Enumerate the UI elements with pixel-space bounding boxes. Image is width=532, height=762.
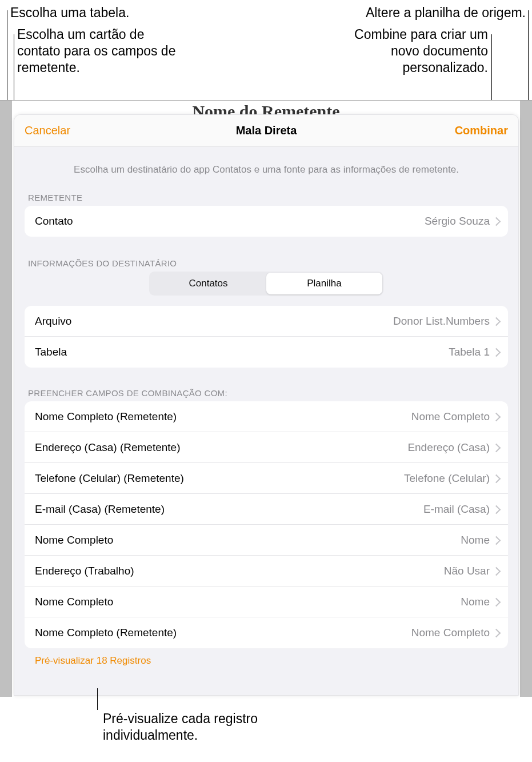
recipient-source-segmented[interactable]: Contatos Planilha bbox=[149, 272, 383, 296]
chevron-right-icon bbox=[494, 443, 500, 452]
chevron-right-icon bbox=[494, 536, 500, 545]
merge-field-value: Nome Completo bbox=[411, 627, 490, 639]
table-label: Tabela bbox=[35, 346, 67, 358]
merge-field-row[interactable]: Nome Completo (Remetente) Nome Completo bbox=[25, 617, 508, 648]
merge-field-row[interactable]: Endereço (Trabalho) Não Usar bbox=[25, 556, 508, 587]
chevron-right-icon bbox=[494, 317, 500, 326]
merge-field-label: Telefone (Celular) (Remetente) bbox=[35, 472, 184, 485]
preview-records-button[interactable]: Pré-visualizar 18 Registros bbox=[35, 655, 151, 667]
merge-field-label: Nome Completo (Remetente) bbox=[35, 410, 177, 423]
recipient-section-header: INFORMAÇÕES DO DESTINATÁRIO bbox=[28, 258, 508, 268]
sender-section-header: REMETENTE bbox=[28, 193, 508, 202]
file-label: Arquivo bbox=[35, 315, 71, 328]
table-row[interactable]: Tabela Tabela 1 bbox=[25, 337, 508, 368]
merge-field-row[interactable]: Nome Completo Nome bbox=[25, 525, 508, 556]
merge-field-row[interactable]: E-mail (Casa) (Remetente) E-mail (Casa) bbox=[25, 494, 508, 525]
callout-line bbox=[97, 688, 98, 710]
merge-field-value: Nome bbox=[461, 596, 490, 608]
merge-field-value: Endereço (Casa) bbox=[407, 441, 490, 454]
callout-change-spreadsheet: Altere a planilha de origem. bbox=[366, 5, 526, 21]
merge-field-label: Nome Completo bbox=[35, 596, 113, 608]
combine-button[interactable]: Combinar bbox=[455, 124, 508, 137]
file-value: Donor List.Numbers bbox=[393, 315, 490, 328]
sender-contact-value: Sérgio Souza bbox=[425, 215, 490, 228]
cancel-button[interactable]: Cancelar bbox=[25, 124, 70, 137]
merge-field-label: Nome Completo (Remetente) bbox=[35, 627, 177, 639]
callout-combine: Combine para criar um novo documento per… bbox=[339, 26, 488, 75]
merge-field-label: Endereço (Casa) (Remetente) bbox=[35, 441, 181, 454]
merge-field-value: Não Usar bbox=[444, 565, 490, 577]
sender-list: Contato Sérgio Souza bbox=[25, 206, 508, 237]
sheet-title: Mala Direta bbox=[14, 124, 518, 137]
callout-choose-contact: Escolha um cartão de contato para os cam… bbox=[17, 26, 183, 75]
table-value: Tabela 1 bbox=[449, 346, 490, 358]
chevron-right-icon bbox=[494, 412, 500, 421]
merge-field-label: Endereço (Trabalho) bbox=[35, 565, 134, 577]
sheet-description: Escolha um destinatário do app Contatos … bbox=[25, 164, 508, 175]
chevron-right-icon bbox=[494, 505, 500, 514]
file-row[interactable]: Arquivo Donor List.Numbers bbox=[25, 306, 508, 337]
chevron-right-icon bbox=[494, 217, 500, 226]
merge-field-label: Nome Completo bbox=[35, 534, 113, 546]
chevron-right-icon bbox=[494, 474, 500, 483]
chevron-right-icon bbox=[494, 566, 500, 576]
fields-section-header: PREENCHER CAMPOS DE COMBINAÇÃO COM: bbox=[28, 388, 508, 398]
merge-field-value: Telefone (Celular) bbox=[404, 472, 490, 485]
spreadsheet-source-list: Arquivo Donor List.Numbers Tabela Tabela… bbox=[25, 306, 508, 368]
chevron-right-icon bbox=[494, 597, 500, 607]
sender-contact-label: Contato bbox=[35, 215, 73, 228]
mail-merge-sheet: Cancelar Mala Direta Combinar Escolha um… bbox=[14, 114, 519, 696]
callout-preview: Pré-visualize cada registro individualme… bbox=[103, 711, 297, 744]
merge-field-value: Nome Completo bbox=[411, 410, 490, 423]
callout-choose-table: Escolha uma tabela. bbox=[10, 5, 129, 21]
merge-field-row[interactable]: Nome Completo (Remetente) Nome Completo bbox=[25, 401, 508, 432]
sheet-body: Escolha um destinatário do app Contatos … bbox=[14, 164, 518, 672]
segment-spreadsheet[interactable]: Planilha bbox=[266, 273, 382, 294]
merge-field-row[interactable]: Nome Completo Nome bbox=[25, 587, 508, 617]
merge-field-row[interactable]: Endereço (Casa) (Remetente) Endereço (Ca… bbox=[25, 432, 508, 463]
segment-contacts[interactable]: Contatos bbox=[150, 273, 266, 294]
sheet-header: Cancelar Mala Direta Combinar bbox=[14, 115, 518, 147]
merge-field-label: E-mail (Casa) (Remetente) bbox=[35, 503, 165, 516]
merge-field-value: E-mail (Casa) bbox=[423, 503, 490, 516]
merge-field-value: Nome bbox=[461, 534, 490, 546]
chevron-right-icon bbox=[494, 628, 500, 637]
merge-field-row[interactable]: Telefone (Celular) (Remetente) Telefone … bbox=[25, 463, 508, 494]
chevron-right-icon bbox=[494, 348, 500, 357]
merge-fields-list: Nome Completo (Remetente) Nome Completo … bbox=[25, 401, 508, 648]
sender-contact-row[interactable]: Contato Sérgio Souza bbox=[25, 206, 508, 237]
